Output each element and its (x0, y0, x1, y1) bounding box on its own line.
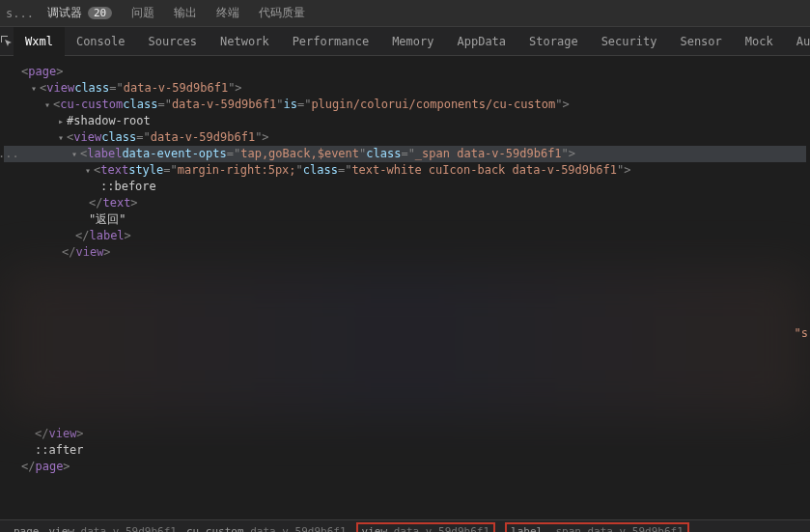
crumb-view-highlighted[interactable]: view.data-v-59d9b6f1 (356, 522, 495, 532)
tab-appdata[interactable]: AppData (445, 27, 517, 56)
breadcrumb-bar: page view.data-v-59d9b6f1 cu-custom.data… (0, 519, 810, 532)
inspect-icon[interactable] (0, 28, 14, 55)
tree-node-page[interactable]: <page> (4, 64, 806, 80)
tree-node-view-close2[interactable]: </view> (4, 426, 806, 442)
tab-network[interactable]: Network (209, 27, 281, 56)
tree-node-after[interactable]: ::after (4, 442, 806, 459)
blurred-region (4, 268, 806, 418)
tree-node-text[interactable]: <text style="margin-right:5px;" class="t… (4, 162, 806, 179)
tab-wxml[interactable]: Wxml (14, 27, 65, 56)
tab-mock[interactable]: Mock (734, 27, 785, 56)
crumb-page[interactable]: page (14, 525, 40, 532)
tab-debugger[interactable]: 调试器 20 (38, 0, 122, 27)
stray-text: "s (795, 326, 808, 340)
tab-performance[interactable]: Performance (281, 27, 380, 56)
crumb-view[interactable]: view.data-v-59d9b6f1 (49, 525, 177, 532)
crumb-cu-custom[interactable]: cu-custom.data-v-59d9b6f1 (186, 525, 347, 532)
tab-audits[interactable]: Audits (785, 27, 810, 56)
tree-node-view-close[interactable]: </view> (4, 244, 806, 261)
tab-output[interactable]: 输出 (164, 0, 207, 27)
tab-problems[interactable]: 问题 (122, 0, 164, 27)
tree-node-before[interactable]: ::before (4, 179, 806, 195)
tab-security[interactable]: Security (590, 27, 669, 56)
devtools-tabstrip: Wxml Console Sources Network Performance… (0, 27, 810, 56)
crumb-label-highlighted[interactable]: label._span.data-v-59d9b6f1 (505, 522, 689, 532)
tab-storage[interactable]: Storage (517, 27, 590, 56)
tab-terminal[interactable]: 终端 (207, 0, 249, 27)
tree-node-shadow-root[interactable]: #shadow-root (4, 113, 806, 129)
tab-code-quality[interactable]: 代码质量 (249, 0, 315, 27)
prefix-s: s... (6, 7, 38, 20)
tree-node-text-return[interactable]: "返回" (4, 211, 806, 228)
tree-node-label-close[interactable]: </label> (4, 228, 806, 244)
tree-node-view-inner[interactable]: <view class="data-v-59d9b6f1"> (4, 129, 806, 146)
tab-console[interactable]: Console (65, 27, 137, 56)
element-tree[interactable]: <page> <view class="data-v-59d9b6f1"> <c… (0, 56, 810, 519)
top-tab-bar: s... 调试器 20 问题 输出 终端 代码质量 (0, 0, 810, 27)
tree-node-label-selected[interactable]: ... <label data-event-opts="tap,goBack,$… (4, 146, 806, 162)
tab-sources[interactable]: Sources (136, 27, 209, 56)
tree-node-cu-custom[interactable]: <cu-custom class="data-v-59d9b6f1" is="p… (4, 97, 806, 113)
tree-node-view[interactable]: <view class="data-v-59d9b6f1"> (4, 80, 806, 97)
tab-memory[interactable]: Memory (380, 27, 445, 56)
tree-node-page-close[interactable]: </page> (4, 459, 806, 475)
tree-node-text-close[interactable]: </text> (4, 195, 806, 211)
badge-count: 20 (88, 7, 112, 19)
tab-sensor[interactable]: Sensor (668, 27, 733, 56)
